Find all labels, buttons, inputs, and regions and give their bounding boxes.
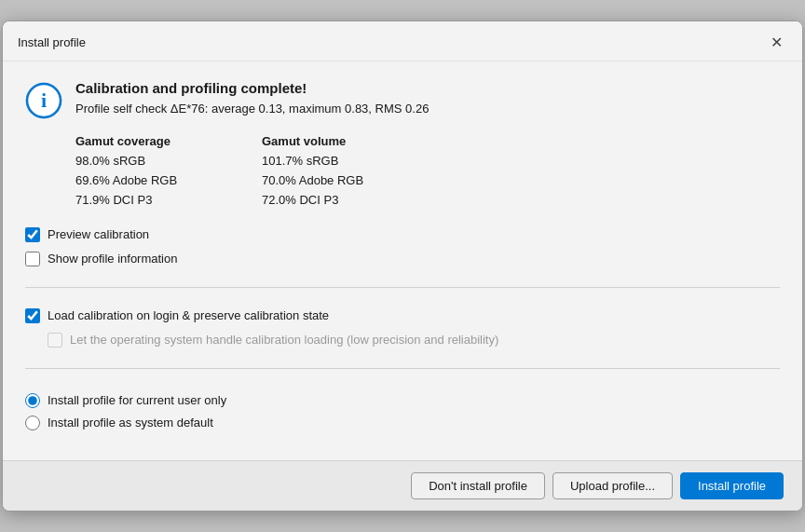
separator-1	[25, 287, 780, 288]
gamut-coverage-row-1: 98.0% sRGB	[75, 152, 262, 171]
show-profile-checkbox[interactable]	[25, 252, 40, 266]
info-icon: i	[25, 82, 62, 119]
header-text: Calibration and profiling complete! Prof…	[75, 80, 429, 116]
system-default-radio[interactable]	[25, 416, 40, 430]
preview-calibration-label[interactable]: Preview calibration	[48, 227, 149, 241]
dialog-content: i Calibration and profiling complete! Pr…	[3, 61, 802, 459]
show-profile-label[interactable]: Show profile information	[48, 252, 177, 266]
svg-text:i: i	[41, 89, 47, 112]
current-user-radio[interactable]	[25, 393, 40, 408]
gamut-coverage-row-2: 69.6% Adobe RGB	[75, 171, 262, 191]
show-profile-row: Show profile information	[25, 252, 780, 266]
dialog-title: Install profile	[18, 35, 86, 49]
system-default-radio-row: Install profile as system default	[25, 416, 780, 430]
dialog-footer: Don't install profile Upload profile... …	[3, 460, 802, 511]
preview-calibration-checkbox[interactable]	[25, 227, 40, 242]
gamut-coverage-header: Gamut coverage	[75, 134, 262, 148]
preview-calibration-row: Preview calibration	[25, 227, 780, 242]
os-handle-checkbox[interactable]	[48, 333, 62, 348]
gamut-volume-row-3: 72.0% DCI P3	[262, 191, 448, 211]
load-calibration-checkbox[interactable]	[25, 308, 40, 323]
completion-title: Calibration and profiling complete!	[75, 80, 429, 96]
dont-install-button[interactable]: Don't install profile	[411, 472, 545, 499]
header-row: i Calibration and profiling complete! Pr…	[25, 80, 780, 119]
gamut-volume-row-1: 101.7% sRGB	[262, 152, 448, 171]
radio-section: Install profile for current user only In…	[25, 393, 780, 430]
os-handle-label[interactable]: Let the operating system handle calibrat…	[70, 333, 498, 347]
gamut-table: Gamut coverage 98.0% sRGB 69.6% Adobe RG…	[75, 134, 780, 210]
profile-check-info: Profile self check ΔE*76: average 0.13, …	[75, 102, 429, 116]
gamut-coverage-row-3: 71.9% DCI P3	[75, 191, 262, 211]
gamut-volume-col: Gamut volume 101.7% sRGB 70.0% Adobe RGB…	[262, 134, 448, 210]
upload-profile-button[interactable]: Upload profile...	[553, 472, 673, 499]
system-default-label[interactable]: Install profile as system default	[48, 416, 213, 430]
current-user-label[interactable]: Install profile for current user only	[48, 393, 226, 407]
install-profile-dialog: Install profile ✕ i Calibration and prof…	[2, 20, 803, 511]
close-button[interactable]: ✕	[765, 31, 787, 53]
gamut-coverage-col: Gamut coverage 98.0% sRGB 69.6% Adobe RG…	[75, 134, 262, 210]
gamut-volume-header: Gamut volume	[262, 134, 448, 148]
load-calibration-label[interactable]: Load calibration on login & preserve cal…	[48, 308, 329, 322]
title-bar: Install profile ✕	[3, 21, 802, 61]
options-section: Preview calibration Show profile informa…	[25, 227, 780, 430]
current-user-radio-row: Install profile for current user only	[25, 393, 780, 408]
gamut-volume-row-2: 70.0% Adobe RGB	[262, 171, 448, 191]
install-profile-button[interactable]: Install profile	[680, 472, 784, 499]
os-handle-row: Let the operating system handle calibrat…	[48, 333, 780, 348]
load-calibration-row: Load calibration on login & preserve cal…	[25, 308, 780, 323]
separator-2	[25, 368, 780, 369]
